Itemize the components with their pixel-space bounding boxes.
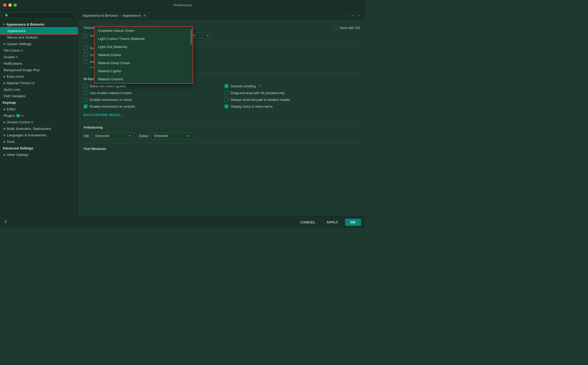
- chevron-down-icon: ▼: [128, 135, 131, 137]
- sidebar-item-material-theme-ui[interactable]: ▶ Material Theme UI: [0, 80, 78, 86]
- theme-option-material-lighter[interactable]: Material Lighter: [94, 67, 193, 75]
- expand-icon: ▶: [4, 134, 6, 137]
- nav-arrows: ← →: [351, 13, 361, 18]
- sidebar-item-notifications[interactable]: Notifications: [0, 60, 78, 67]
- antialiasing-row: IDE: Greyscale ▼ Editor: Greyscale ▼: [83, 132, 360, 139]
- sidebar-item-appearance[interactable]: Appearance: [0, 28, 78, 34]
- drag-drop-label: Drag-and-drop with Alt pressed only: [231, 91, 285, 95]
- sidebar-item-plugins[interactable]: Plugins 1 ⊞: [0, 112, 78, 119]
- search-input[interactable]: [3, 13, 75, 19]
- traffic-lights: [3, 3, 17, 7]
- sidebar-item-appearance-behavior[interactable]: ▼ Appearance & Behavior: [0, 21, 78, 28]
- theme-option-gradianto[interactable]: Gradianto Nature Green: [94, 27, 193, 35]
- contrast-scrollbars-checkbox[interactable]: [83, 53, 88, 57]
- smooth-scrolling-checkbox[interactable]: ✓: [224, 84, 229, 88]
- enable-mnemonics-controls-checkbox[interactable]: ✓: [83, 104, 88, 108]
- theme-option-material-darker[interactable]: Material Darker: [94, 51, 193, 59]
- smooth-scrolling-container: ✓ Smooth scrolling ?: [224, 84, 360, 88]
- always-show-path-container: Always show full path in window header: [224, 98, 360, 102]
- action-buttons: CANCEL APPLY OK: [296, 219, 361, 226]
- sidebar-item-other-settings[interactable]: ▶ Other Settings: [0, 151, 78, 158]
- use-font-checkbox[interactable]: [83, 33, 88, 38]
- grid-icon: ⊞: [21, 49, 23, 52]
- theme-option-material-oceanic[interactable]: Material Oceanic: [94, 75, 193, 83]
- always-show-path-checkbox[interactable]: [224, 98, 229, 102]
- chevron-down-icon: ▼: [187, 135, 190, 137]
- sidebar-item-file-colors[interactable]: File Colors ⊞: [0, 47, 78, 54]
- sidebar-search-area: [0, 10, 78, 21]
- sidebar-item-background-image-plus[interactable]: Background Image Plus: [0, 67, 78, 73]
- content-header: Appearance & Behavior › Appearance ⊞ ← →: [78, 10, 365, 21]
- content-area: Appearance & Behavior › Appearance ⊞ ← →…: [78, 10, 365, 216]
- expand-icon: ▶: [4, 108, 6, 111]
- expand-icon: ▶: [4, 82, 6, 84]
- breadcrumb-separator: ›: [120, 14, 121, 17]
- help-icon: ?: [259, 84, 261, 88]
- sidebar-item-menus-toolbars[interactable]: Menus and Toolbars: [0, 34, 78, 41]
- theme-dropdown-overlay: Gradianto Nature Green Light Custom Them…: [94, 26, 193, 84]
- apply-button[interactable]: APPLY: [322, 219, 343, 226]
- sync-with-os-label: Sync with OS: [340, 26, 360, 30]
- theme-label: Theme:: [83, 26, 95, 30]
- sidebar-item-languages-frameworks[interactable]: ▶ Languages & Frameworks: [0, 132, 78, 138]
- theme-option-material-deep-ocean[interactable]: Material Deep Ocean: [94, 59, 193, 67]
- sidebar-item-extra-icons[interactable]: ▶ Extra Icons: [0, 73, 78, 80]
- sync-with-os-checkbox[interactable]: [333, 26, 338, 30]
- sidebar-item-path-variables[interactable]: Path Variables: [0, 93, 78, 99]
- expand-icon: ▶: [4, 153, 6, 156]
- sidebar-item-tools[interactable]: ▶ Tools: [0, 138, 78, 145]
- sidebar-item-advanced-settings[interactable]: Advanced Settings: [0, 145, 78, 151]
- theme-option-light-custom[interactable]: Light Custom Theme (Material): [94, 35, 193, 43]
- expand-icon: ▶: [4, 121, 6, 124]
- chevron-down-icon: ▼: [206, 34, 209, 37]
- nav-forward-button[interactable]: →: [357, 13, 361, 18]
- ui-options-grid: Show tree indent guides ✓ Smooth scrolli…: [83, 84, 360, 108]
- plugins-badge: 1: [16, 114, 21, 117]
- nav-back-button[interactable]: ←: [351, 13, 355, 18]
- sidebar-item-version-control[interactable]: ▶ Version Control ⊞: [0, 119, 78, 125]
- divider-4: [83, 143, 360, 143]
- tool-windows-section: Tool Windows: [83, 147, 360, 151]
- maximize-button[interactable]: [14, 3, 17, 7]
- editor-value: Greyscale: [154, 134, 168, 138]
- adjust-colors-checkbox[interactable]: [83, 59, 88, 64]
- drag-drop-checkbox[interactable]: [224, 91, 229, 95]
- smooth-scrolling-label: Smooth scrolling: [231, 84, 256, 88]
- ok-button[interactable]: OK: [345, 219, 361, 226]
- grid-icon: ⊞: [21, 114, 23, 117]
- editor-antialiasing-select[interactable]: Greyscale ▼: [151, 132, 193, 139]
- breadcrumb-part1: Appearance & Behavior: [82, 14, 118, 17]
- enable-mnemonics-menu-container: Enable mnemonics in menu: [83, 98, 219, 102]
- sidebar-item-keymap[interactable]: Keymap: [0, 99, 78, 106]
- help-button[interactable]: ?: [4, 220, 7, 225]
- expand-icon: ▶: [4, 75, 6, 78]
- enable-mnemonics-menu-checkbox[interactable]: [83, 98, 88, 102]
- display-icons-checkbox[interactable]: ✓: [224, 104, 229, 108]
- ide-antialiasing-select[interactable]: Greyscale ▼: [92, 132, 134, 139]
- sidebar-item-quick-lists[interactable]: Quick Lists: [0, 86, 78, 93]
- show-tree-indent-label: Show tree indent guides: [90, 84, 126, 88]
- ide-label: IDE:: [83, 134, 90, 138]
- support-screen-readers-checkbox[interactable]: [83, 46, 88, 50]
- theme-option-light-owl[interactable]: Light Owl (Material): [94, 43, 193, 51]
- antialiasing-section: Antialiasing IDE: Greyscale ▼ Editor: Gr…: [83, 125, 360, 139]
- expand-icon: ▶: [4, 42, 6, 45]
- display-icons-label: Display icons in menu items: [231, 105, 273, 108]
- window-title: Preferences: [173, 3, 192, 7]
- sidebar-item-editor[interactable]: ▶ Editor: [0, 106, 78, 112]
- use-smaller-indents-label: Use smaller indents in trees: [90, 91, 131, 95]
- size-select[interactable]: 13 ▼: [190, 33, 211, 38]
- show-tree-indent-checkbox[interactable]: [83, 84, 88, 88]
- minimize-button[interactable]: [8, 3, 12, 7]
- sidebar-item-scopes[interactable]: Scopes ⊞: [0, 54, 78, 60]
- use-smaller-indents-checkbox[interactable]: [83, 91, 88, 95]
- tool-windows-title: Tool Windows: [83, 147, 360, 151]
- sidebar-item-build-execution[interactable]: ▶ Build, Execution, Deployment: [0, 125, 78, 132]
- enable-mnemonics-controls-container: ✓ Enable mnemonics in controls: [83, 104, 219, 108]
- bottom-bar: ? CANCEL APPLY OK: [0, 216, 365, 228]
- editor-antialiasing-field: Editor: Greyscale ▼: [139, 132, 193, 139]
- background-image-button[interactable]: BACKGROUND IMAGE...: [83, 112, 123, 118]
- close-button[interactable]: [3, 3, 7, 7]
- sidebar-item-system-settings[interactable]: ▶ System Settings: [0, 41, 78, 47]
- cancel-button[interactable]: CANCEL: [296, 219, 320, 226]
